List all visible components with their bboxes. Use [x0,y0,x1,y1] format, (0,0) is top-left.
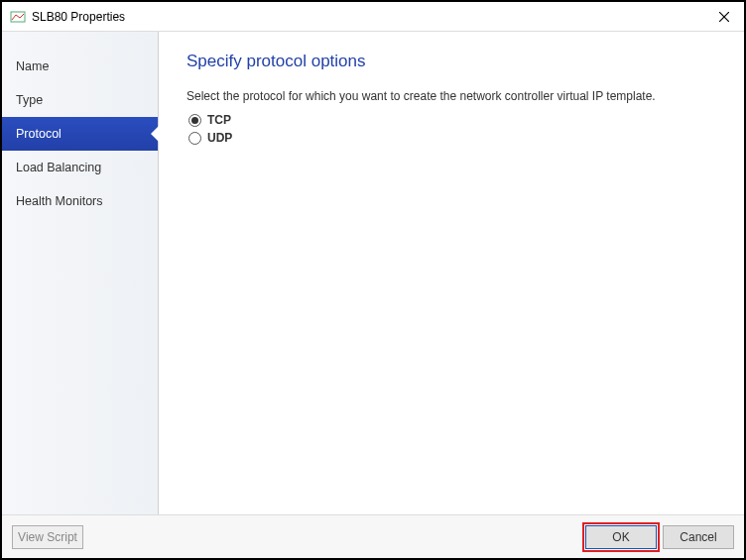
view-script-button[interactable]: View Script [12,525,83,549]
sidebar-item-health-monitors[interactable]: Health Monitors [2,184,158,218]
cancel-button[interactable]: Cancel [663,525,734,549]
titlebar: SLB80 Properties [2,2,744,32]
sidebar-item-label: Type [16,93,43,107]
sidebar-item-name[interactable]: Name [2,50,158,83]
protocol-radio-group: TCP UDP [188,113,716,145]
sidebar-item-label: Protocol [16,127,62,141]
radio-button-icon [188,132,201,145]
radio-udp[interactable]: UDP [188,131,716,145]
dialog-body: Name Type Protocol Load Balancing Health… [2,32,744,514]
window-title: SLB80 Properties [32,10,712,24]
main-panel: Specify protocol options Select the prot… [159,32,744,514]
sidebar-item-label: Health Monitors [16,194,103,208]
close-icon[interactable] [712,5,736,29]
page-description: Select the protocol for which you want t… [186,89,716,103]
sidebar-item-load-balancing[interactable]: Load Balancing [2,151,158,184]
sidebar-item-protocol[interactable]: Protocol [2,117,158,151]
sidebar: Name Type Protocol Load Balancing Health… [2,32,159,514]
sidebar-item-label: Load Balancing [16,161,101,174]
radio-tcp[interactable]: TCP [188,113,716,127]
sidebar-item-type[interactable]: Type [2,83,158,117]
ok-button[interactable]: OK [585,525,657,549]
sidebar-item-label: Name [16,59,49,73]
dialog-footer: View Script OK Cancel [2,514,744,558]
app-icon [10,9,26,25]
page-title: Specify protocol options [186,52,716,71]
radio-label: TCP [207,113,231,127]
radio-label: UDP [207,131,232,145]
radio-button-icon [188,114,201,127]
